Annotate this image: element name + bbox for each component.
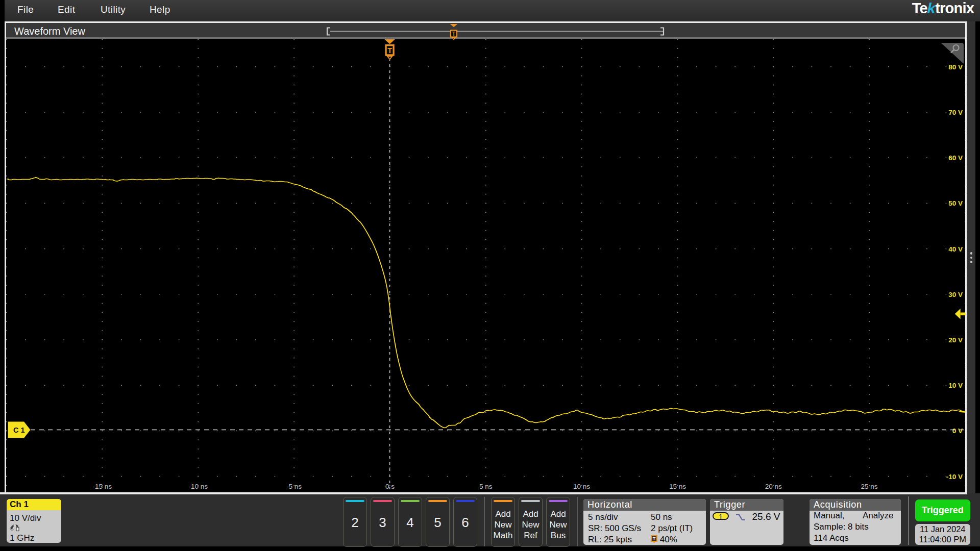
svg-text:-10 V: -10 V bbox=[946, 473, 963, 481]
svg-text:10 ns: 10 ns bbox=[573, 483, 590, 490]
svg-text:-15 ns: -15 ns bbox=[93, 483, 112, 490]
svg-text:0 V: 0 V bbox=[952, 427, 963, 435]
svg-text:15 ns: 15 ns bbox=[669, 483, 686, 490]
svg-text:50 V: 50 V bbox=[948, 199, 963, 207]
svg-text:25 ns: 25 ns bbox=[861, 483, 878, 490]
svg-text:5 ns: 5 ns bbox=[479, 483, 493, 490]
svg-text:60 V: 60 V bbox=[948, 154, 963, 162]
svg-text:20 ns: 20 ns bbox=[765, 483, 782, 490]
svg-text:T: T bbox=[653, 536, 656, 541]
svg-text:70 V: 70 V bbox=[948, 109, 963, 116]
svg-text:T: T bbox=[387, 46, 392, 55]
svg-text:-5 ns: -5 ns bbox=[286, 483, 302, 490]
svg-text:40 V: 40 V bbox=[948, 245, 963, 253]
svg-text:80 V: 80 V bbox=[948, 63, 963, 71]
svg-text:30 V: 30 V bbox=[948, 291, 963, 298]
svg-text:T: T bbox=[452, 31, 455, 37]
svg-text:-10 ns: -10 ns bbox=[188, 483, 208, 490]
svg-text:20 V: 20 V bbox=[948, 336, 963, 344]
svg-text:C 1: C 1 bbox=[13, 426, 25, 434]
svg-text:10 V: 10 V bbox=[948, 382, 963, 389]
